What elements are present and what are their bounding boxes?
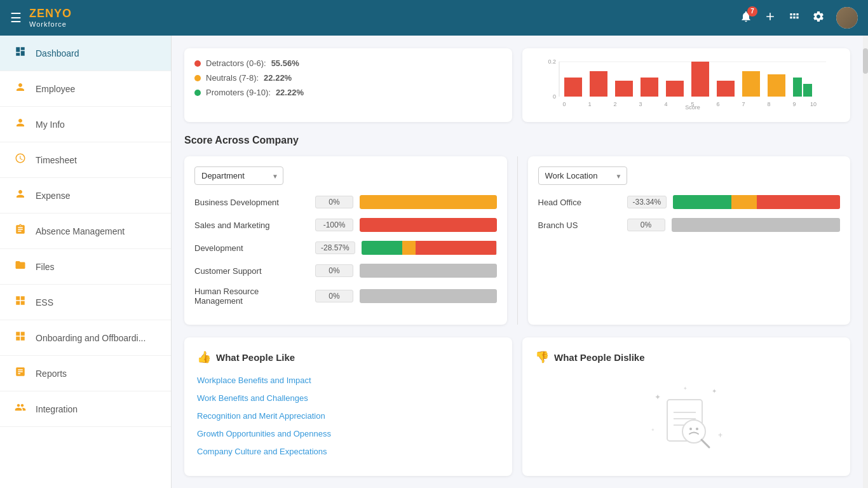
svg-rect-8 xyxy=(717,81,735,97)
nav-left: ☰ ZENYO Workforce xyxy=(10,8,72,28)
bar-red-head-office xyxy=(757,195,840,209)
logo-workforce-text: Workforce xyxy=(29,20,72,28)
sidebar-item-onboarding[interactable]: Onboarding and Offboardi... xyxy=(0,320,171,356)
bar-container-branch-us xyxy=(672,218,841,232)
dept-dropdown[interactable]: Department xyxy=(194,166,283,185)
user-avatar[interactable] xyxy=(836,7,858,29)
timesheet-icon xyxy=(13,152,28,167)
svg-text:10: 10 xyxy=(810,101,817,107)
like-link-4[interactable]: Company Culture and Expectations xyxy=(197,447,327,456)
like-link-2[interactable]: Recognition and Merit Appreciation xyxy=(197,411,325,421)
bar-pct-branch-us: 0% xyxy=(627,219,665,231)
bar-row-cs: Customer Support 0% xyxy=(194,264,497,278)
bar-pct-biz-dev: 0% xyxy=(315,196,353,208)
employee-icon xyxy=(13,81,28,96)
files-icon xyxy=(13,259,28,274)
sidebar: Dashboard Employee My Info Timesheet xyxy=(0,36,172,488)
svg-rect-2 xyxy=(564,78,582,97)
grid-icon[interactable] xyxy=(788,10,801,26)
bar-multi-dev xyxy=(362,241,497,255)
bar-container-biz-dev xyxy=(360,195,497,209)
right-scrollbar[interactable] xyxy=(863,36,868,488)
bar-orange-dev xyxy=(402,241,416,255)
loc-dropdown[interactable]: Work Location xyxy=(538,166,627,185)
sidebar-item-timesheet[interactable]: Timesheet xyxy=(0,142,171,178)
sidebar-item-ess-label: ESS xyxy=(36,297,53,308)
thumbs-down-icon: 👎 xyxy=(535,350,549,364)
bar-pct-dev: -28.57% xyxy=(315,241,355,254)
svg-text:+: + xyxy=(651,427,654,433)
neutrals-value: 22.22% xyxy=(264,73,292,83)
like-link-3[interactable]: Growth Opportunities and Openness xyxy=(197,429,331,438)
bar-fill-sales xyxy=(360,218,497,232)
detractors-label: Detractors (0-6): xyxy=(206,58,266,68)
svg-text:7: 7 xyxy=(742,101,745,107)
logo-zenyo-text: ZENYO xyxy=(29,8,72,20)
score-section-wrapper: Score Across Company Department ▼ xyxy=(184,135,850,325)
nav-right: 7 xyxy=(740,7,858,29)
sidebar-item-myinfo[interactable]: My Info xyxy=(0,107,171,142)
score-panels: Department ▼ Business Development 0% xyxy=(184,156,850,325)
thumbs-up-icon: 👍 xyxy=(197,350,211,364)
sidebar-item-dashboard-label: Dashboard xyxy=(36,48,79,58)
svg-text:2: 2 xyxy=(613,101,616,107)
bar-pct-head-office: -33.34% xyxy=(627,196,667,208)
bar-label-dev: Development xyxy=(194,243,309,253)
bar-pct-sales: -100% xyxy=(315,219,353,231)
bar-row-hrm: Human Resource Management 0% xyxy=(194,287,497,306)
settings-icon[interactable] xyxy=(812,10,825,26)
sidebar-item-expense[interactable]: Expense xyxy=(0,178,171,214)
svg-text:4: 4 xyxy=(664,101,667,107)
top-navigation: ☰ ZENYO Workforce 7 xyxy=(0,0,868,36)
svg-rect-12 xyxy=(803,84,812,97)
bar-red-dev xyxy=(416,241,497,255)
bar-label-branch-us: Branch US xyxy=(538,220,621,230)
like-item-4: Company Culture and Expectations xyxy=(197,445,499,457)
sidebar-item-integration-label: Integration xyxy=(36,404,78,414)
nps-legend-list: Detractors (0-6): 55.56% Neutrals (7-8):… xyxy=(194,58,502,97)
absence-icon xyxy=(13,224,28,238)
bar-label-sales: Sales and Marketing xyxy=(194,220,309,230)
bar-container-cs xyxy=(360,264,497,278)
bar-fill-branch-us xyxy=(672,218,841,232)
bar-green-dev xyxy=(362,241,402,255)
sidebar-item-dashboard[interactable]: Dashboard xyxy=(0,36,171,71)
promoters-row: Promoters (9-10): 22.22% xyxy=(194,88,502,97)
bar-label-hrm: Human Resource Management xyxy=(194,287,309,306)
hamburger-menu[interactable]: ☰ xyxy=(10,10,22,25)
expense-icon xyxy=(13,188,28,203)
bar-fill-hrm xyxy=(360,289,497,303)
integration-icon xyxy=(13,402,28,416)
sidebar-item-absence[interactable]: Absence Management xyxy=(0,214,171,249)
what-people-like-title: 👍 What People Like xyxy=(197,350,499,364)
like-item-1: Work Benefits and Challenges xyxy=(197,392,499,403)
bar-container-sales xyxy=(360,218,497,232)
like-link-1[interactable]: Work Benefits and Challenges xyxy=(197,393,308,403)
main-layout: Dashboard Employee My Info Timesheet xyxy=(0,36,868,488)
add-button[interactable] xyxy=(764,10,776,26)
sidebar-item-reports[interactable]: Reports xyxy=(0,356,171,391)
dept-dropdown-wrapper: Department ▼ xyxy=(194,166,283,185)
bar-container-head-office xyxy=(673,195,840,209)
like-link-0[interactable]: Workplace Benefits and Impact xyxy=(197,376,311,385)
dept-dropdown-row: Department ▼ xyxy=(194,166,497,185)
bar-label-biz-dev: Business Development xyxy=(194,198,309,207)
sidebar-item-files[interactable]: Files xyxy=(0,249,171,285)
bar-row-head-office: Head Office -33.34% xyxy=(538,195,841,209)
sidebar-item-employee-label: Employee xyxy=(36,84,75,94)
sidebar-item-myinfo-label: My Info xyxy=(36,119,65,130)
what-people-like-label: What People Like xyxy=(216,352,295,363)
dislike-empty-state: ✦ ✦ + + ✦ xyxy=(535,374,837,463)
scrollbar-thumb[interactable] xyxy=(863,48,868,74)
sidebar-item-integration[interactable]: Integration xyxy=(0,391,171,427)
svg-text:0: 0 xyxy=(553,93,556,100)
sidebar-item-ess[interactable]: ESS xyxy=(0,285,171,320)
score-panel-divider xyxy=(517,156,518,325)
score-bar-chart: 0 1 2 3 4 5 6 7 8 9 10 0.2 0 Score xyxy=(532,58,840,109)
sidebar-item-employee[interactable]: Employee xyxy=(0,71,171,107)
svg-text:0.2: 0.2 xyxy=(548,58,556,65)
notification-bell[interactable]: 7 xyxy=(740,10,752,26)
svg-rect-9 xyxy=(742,71,760,97)
sidebar-item-timesheet-label: Timesheet xyxy=(36,155,77,165)
svg-rect-3 xyxy=(590,71,607,97)
